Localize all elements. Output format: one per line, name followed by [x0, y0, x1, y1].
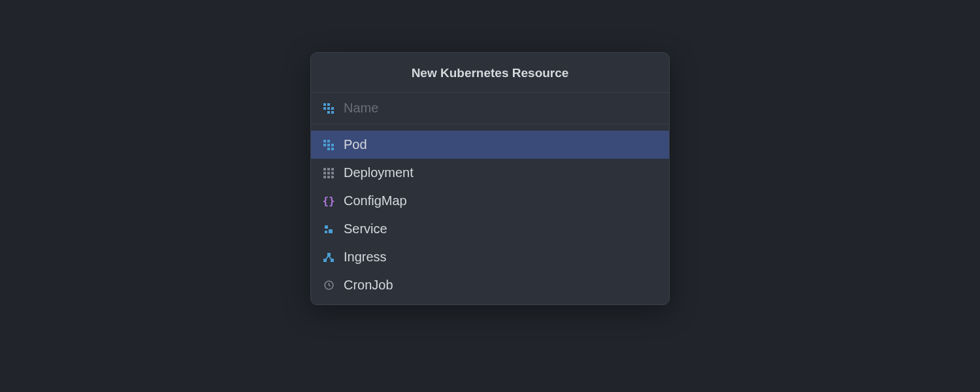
resource-item-ingress[interactable]: Ingress — [311, 243, 669, 271]
name-input-row — [311, 93, 669, 124]
resource-item-label: ConfigMap — [344, 193, 407, 208]
resource-item-label: Deployment — [344, 165, 414, 180]
resource-item-service[interactable]: Service — [311, 215, 669, 243]
dialog-title: New Kubernetes Resource — [311, 53, 669, 93]
resource-item-label: Pod — [344, 137, 367, 152]
resource-item-label: Service — [344, 221, 387, 237]
resource-item-configmap[interactable]: {} ConfigMap — [311, 187, 669, 215]
new-resource-dialog: New Kubernetes Resource Pod — [310, 52, 670, 305]
resource-item-deployment[interactable]: Deployment — [311, 159, 669, 187]
grid-icon — [323, 103, 335, 114]
resource-item-label: Ingress — [344, 250, 387, 265]
clock-icon — [323, 280, 335, 291]
resource-list: Pod Deployment {} ConfigMap — [311, 124, 669, 304]
ingress-icon — [323, 252, 335, 263]
braces-icon: {} — [323, 195, 335, 207]
service-icon — [323, 223, 335, 235]
resource-item-cronjob[interactable]: CronJob — [311, 271, 669, 299]
grid-icon — [323, 167, 335, 179]
resource-item-pod[interactable]: Pod — [311, 131, 669, 159]
name-input[interactable] — [344, 101, 657, 116]
grid-icon — [323, 139, 335, 151]
resource-item-label: CronJob — [344, 278, 393, 293]
